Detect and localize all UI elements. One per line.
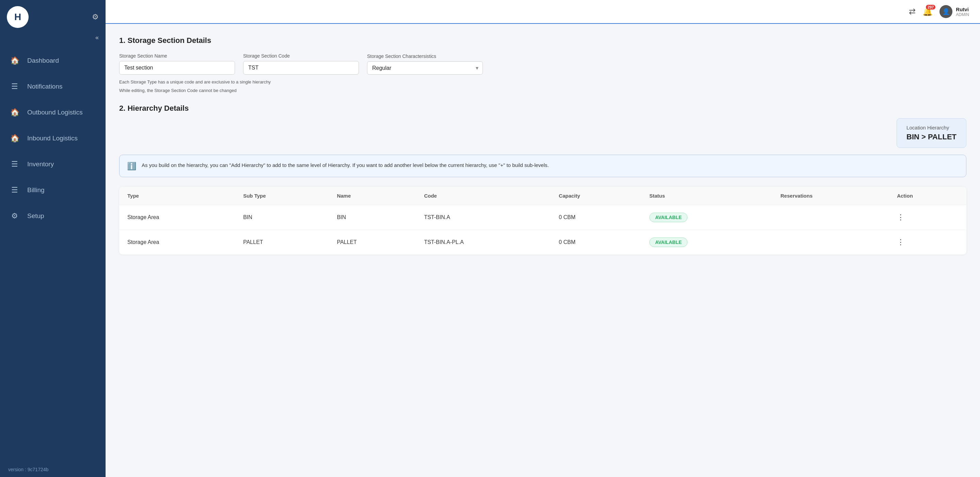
table-row: Storage Area PALLET PALLET TST-BIN.A-PL.… <box>119 230 966 255</box>
dashboard-icon: 🏠 <box>8 54 21 67</box>
form-hint-1: Each Storage Type has a unique code and … <box>119 79 966 86</box>
sidebar-item-dashboard[interactable]: 🏠 Dashboard <box>0 48 105 73</box>
topbar: ⇄ 🔔 297 👤 Rutvi ADMIN <box>105 0 980 24</box>
sidebar-item-billing[interactable]: ☰ Billing <box>0 177 105 203</box>
col-reservations: Reservations <box>772 187 889 205</box>
cell-subtype: PALLET <box>235 230 329 255</box>
section1-title: 1. Storage Section Details <box>119 36 966 45</box>
storage-chars-select-wrap: Regular Cold Hazardous ▾ <box>367 61 483 75</box>
action-menu-icon[interactable]: ⋮ <box>897 238 905 246</box>
col-capacity: Capacity <box>550 187 641 205</box>
cell-reservations <box>772 205 889 230</box>
storage-name-input[interactable] <box>119 61 235 75</box>
storage-code-group: Storage Section Code <box>243 53 359 75</box>
transfer-icon[interactable]: ⇄ <box>909 7 916 16</box>
sidebar-nav: 🏠 Dashboard ☰ Notifications 🏠 Outbound L… <box>0 45 105 462</box>
hierarchy-label: Location Hierarchy <box>907 125 956 131</box>
storage-chars-select[interactable]: Regular Cold Hazardous <box>368 62 476 74</box>
form-hint-2: While editing, the Storage Section Code … <box>119 87 966 94</box>
cell-action[interactable]: ⋮ <box>889 205 966 230</box>
col-type: Type <box>119 187 235 205</box>
cell-status: AVAILABLE <box>641 205 772 230</box>
notification-bell-icon[interactable]: 🔔 297 <box>923 7 933 16</box>
sidebar-item-outbound[interactable]: 🏠 Outbound Logistics <box>0 100 105 125</box>
action-menu-icon[interactable]: ⋮ <box>897 213 905 222</box>
gear-icon[interactable]: ⚙ <box>92 13 99 21</box>
sidebar-item-label: Setup <box>27 212 44 220</box>
sidebar-item-label: Notifications <box>27 83 63 90</box>
avatar: 👤 <box>939 5 952 18</box>
hierarchy-value: BIN > PALLET <box>907 132 956 141</box>
status-badge: AVAILABLE <box>649 238 687 247</box>
table-row: Storage Area BIN BIN TST-BIN.A 0 CBM AVA… <box>119 205 966 230</box>
cell-type: Storage Area <box>119 230 235 255</box>
cell-name: BIN <box>329 205 416 230</box>
info-text: As you build on the hierarchy, you can "… <box>142 161 549 169</box>
sidebar-item-label: Inventory <box>27 161 54 168</box>
sidebar-collapse-button[interactable]: « <box>0 34 105 45</box>
form-row-1: Storage Section Name Storage Section Cod… <box>119 53 966 75</box>
sidebar-header: H ⚙ <box>0 0 105 34</box>
hierarchy-badge: Location Hierarchy BIN > PALLET <box>897 118 966 148</box>
sidebar-item-label: Billing <box>27 187 45 194</box>
chevron-down-icon: ▾ <box>476 65 482 71</box>
col-subtype: Sub Type <box>235 187 329 205</box>
page-content: 1. Storage Section Details Storage Secti… <box>105 24 980 477</box>
storage-code-input[interactable] <box>243 61 359 75</box>
sidebar-logo: H <box>7 6 29 28</box>
cell-code: TST-BIN.A <box>416 205 550 230</box>
table-header-row: Type Sub Type Name Code Capacity Status … <box>119 187 966 205</box>
cell-type: Storage Area <box>119 205 235 230</box>
cell-capacity: 0 CBM <box>550 205 641 230</box>
storage-chars-label: Storage Section Charactersistics <box>367 54 483 59</box>
user-info: Rutvi ADMIN <box>956 6 969 17</box>
storage-chars-group: Storage Section Charactersistics Regular… <box>367 54 483 75</box>
sidebar: H ⚙ « 🏠 Dashboard ☰ Notifications 🏠 Outb… <box>0 0 105 477</box>
user-role: ADMIN <box>956 12 969 17</box>
billing-icon: ☰ <box>8 183 21 196</box>
hierarchy-table: Type Sub Type Name Code Capacity Status … <box>119 187 966 255</box>
sidebar-item-label: Inbound Logistics <box>27 135 78 142</box>
inbound-icon: 🏠 <box>8 132 21 145</box>
col-name: Name <box>329 187 416 205</box>
outbound-icon: 🏠 <box>8 106 21 119</box>
inventory-icon: ☰ <box>8 158 21 171</box>
cell-status: AVAILABLE <box>641 230 772 255</box>
main-area: ⇄ 🔔 297 👤 Rutvi ADMIN 1. Storage Section… <box>105 0 980 477</box>
sidebar-item-notifications[interactable]: ☰ Notifications <box>0 74 105 99</box>
version-text: version : 9c71724b <box>0 462 105 477</box>
info-icon: ℹ️ <box>127 162 136 171</box>
cell-action[interactable]: ⋮ <box>889 230 966 255</box>
sidebar-item-label: Dashboard <box>27 57 59 64</box>
cell-subtype: BIN <box>235 205 329 230</box>
setup-icon: ⚙ <box>8 209 21 222</box>
cell-capacity: 0 CBM <box>550 230 641 255</box>
col-status: Status <box>641 187 772 205</box>
username: Rutvi <box>956 6 969 12</box>
col-code: Code <box>416 187 550 205</box>
notifications-icon: ☰ <box>8 80 21 93</box>
col-action: Action <box>889 187 966 205</box>
user-menu[interactable]: 👤 Rutvi ADMIN <box>939 5 969 18</box>
sidebar-item-label: Outbound Logistics <box>27 109 83 116</box>
storage-name-group: Storage Section Name <box>119 53 235 75</box>
storage-code-label: Storage Section Code <box>243 53 359 59</box>
info-box: ℹ️ As you build on the hierarchy, you ca… <box>119 155 966 177</box>
section2-title: 2. Hierarchy Details <box>119 104 966 113</box>
status-badge: AVAILABLE <box>649 212 687 222</box>
sidebar-item-inventory[interactable]: ☰ Inventory <box>0 152 105 177</box>
cell-reservations <box>772 230 889 255</box>
hierarchy-data-table: Type Sub Type Name Code Capacity Status … <box>119 187 966 255</box>
cell-name: PALLET <box>329 230 416 255</box>
sidebar-item-setup[interactable]: ⚙ Setup <box>0 203 105 229</box>
cell-code: TST-BIN.A-PL.A <box>416 230 550 255</box>
sidebar-item-inbound[interactable]: 🏠 Inbound Logistics <box>0 126 105 151</box>
notification-badge: 297 <box>926 5 935 10</box>
storage-name-label: Storage Section Name <box>119 53 235 59</box>
